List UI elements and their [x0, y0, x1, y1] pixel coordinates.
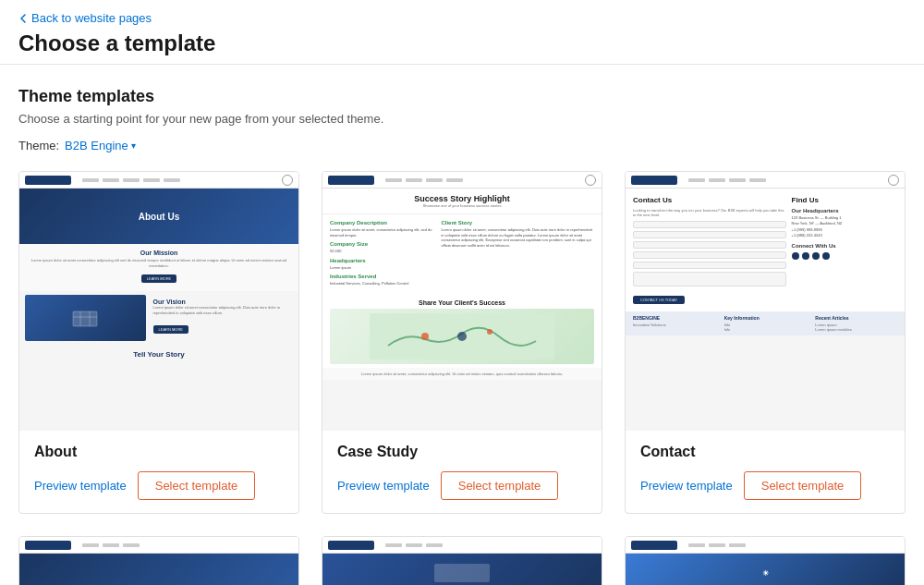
casestudy-header-title: Success Story Highlight — [330, 194, 594, 203]
bottom-logo-3 — [631, 541, 677, 550]
section-title: Theme templates — [18, 87, 906, 106]
casestudy-nav-logo — [328, 176, 374, 185]
casestudy-preview-button[interactable]: Preview template — [337, 479, 430, 493]
template-preview-about[interactable]: About Us Our Mission Lorem ipsum dolor s… — [19, 172, 298, 431]
svg-point-7 — [457, 332, 467, 341]
main-content: Theme templates Choose a starting point … — [0, 65, 924, 585]
casestudy-right-col: Client Story Lorem ipsum dolor sit amet,… — [441, 220, 594, 290]
bottom-nav-2 — [322, 537, 602, 554]
about-hero-text: About Us — [139, 212, 179, 222]
about-mission-text: Lorem ipsum dolor sit amet consectetur a… — [27, 258, 291, 268]
solar-panel-icon — [71, 304, 99, 332]
ct-nav-link-1 — [688, 178, 705, 182]
b3-link-2 — [709, 543, 725, 547]
page-title: Choose a template — [18, 30, 906, 56]
contact-field-company — [633, 251, 786, 259]
cs-nav-link-1 — [385, 178, 402, 182]
about-vision-row: Our Vision Lorem ipsum dolor sit amet co… — [19, 295, 298, 345]
nav-link-5 — [164, 178, 180, 182]
template-card-contact: Contact Us Looking to transform the way … — [625, 171, 906, 514]
bottom-template-2 — [322, 536, 602, 585]
contact-address: 123 Business St. — Building 1 New York, … — [792, 215, 897, 239]
cs-industries-label: Industries Served — [330, 274, 435, 279]
about-preview-button[interactable]: Preview template — [34, 479, 127, 493]
contact-footer-tagline: Innovative Solutions — [633, 323, 715, 327]
casestudy-header-sub: Showcase one of your business success st… — [330, 203, 594, 208]
contact-footer-col-1: B2BENGINE Innovative Solutions — [633, 315, 715, 332]
about-learn-more-btn[interactable]: LEARN MORE — [141, 274, 176, 283]
contact-footer-key-info: InfoInfo — [724, 323, 807, 332]
template-card-about: About Us Our Mission Lorem ipsum dolor s… — [18, 171, 299, 514]
about-hero: About Us — [19, 189, 298, 244]
contact-info-title: Find Us — [792, 196, 897, 204]
casestudy-template-info: Case Study Preview template Select templ… — [322, 431, 602, 513]
social-icon-3[interactable] — [812, 252, 820, 260]
casestudy-body: Company Description Lorem ipsum dolor si… — [322, 214, 602, 296]
social-icon-1[interactable] — [792, 252, 799, 260]
template-preview-casestudy[interactable]: Success Story Highlight Showcase one of … — [322, 172, 602, 431]
template-preview-contact[interactable]: Contact Us Looking to transform the way … — [626, 172, 905, 431]
cs-size-text: 50-100 — [330, 249, 435, 254]
bottom-nav-3 — [626, 537, 905, 554]
theme-selector[interactable]: B2B Engine ▾ — [65, 139, 136, 152]
about-vision-title: Our Vision — [153, 299, 290, 305]
cs-company-label: Company Description — [330, 220, 435, 225]
contact-footer-articles-title: Recent Articles — [815, 315, 897, 321]
contact-info-section: Find Us Our Headquarters 123 Business St… — [792, 196, 897, 304]
contact-field-phone — [633, 241, 786, 249]
contact-footer-col-2: Key Information InfoInfo — [724, 315, 807, 332]
about-select-button[interactable]: Select template — [138, 471, 256, 500]
about-mission-section: Our Mission Lorem ipsum dolor sit amet c… — [19, 244, 298, 291]
bottom-nav-links-2 — [385, 543, 443, 547]
casestudy-footer: Lorem ipsum dolor sit amet, consectetur … — [322, 368, 602, 380]
contact-select-button[interactable]: Select template — [744, 471, 862, 500]
contact-mini-nav — [626, 172, 905, 189]
cs-hq-text: Lorem ipsum — [330, 265, 435, 271]
about-template-info: About Preview template Select template — [19, 431, 298, 513]
casestudy-map — [330, 309, 594, 364]
b1-link-3 — [123, 543, 140, 547]
social-icons-row — [792, 252, 897, 260]
bottom-nav-1 — [19, 537, 298, 554]
cs-hq-label: Headquarters — [330, 258, 435, 263]
map-visual — [370, 313, 554, 360]
casestudy-mini-nav — [322, 172, 602, 189]
bottom-nav-links-1 — [82, 543, 140, 547]
about-mini-nav — [19, 172, 298, 189]
contact-field-message — [633, 272, 786, 286]
casestudy-template-name: Case Study — [337, 444, 587, 460]
about-nav-logo — [25, 176, 71, 185]
back-arrow-icon — [18, 14, 28, 23]
casestudy-select-button[interactable]: Select template — [441, 471, 559, 500]
contact-field-subject — [633, 262, 786, 269]
contact-template-name: Contact — [640, 444, 890, 460]
about-nav-links — [82, 178, 180, 182]
cs-industries-text: Industrial Services, Consulting, Polluti… — [330, 281, 435, 286]
bottom-logo-2 — [328, 541, 374, 550]
contact-mini-browser: Contact Us Looking to transform the way … — [626, 172, 905, 431]
contact-nav-links — [688, 178, 766, 182]
bottom-templates-grid: ☀ — [18, 536, 906, 585]
bottom-template-1 — [18, 536, 299, 585]
social-icon-4[interactable] — [822, 252, 830, 260]
nav-link-2 — [103, 178, 119, 182]
b2-link-1 — [385, 543, 402, 547]
casestudy-nav-search — [585, 175, 596, 186]
theme-row: Theme: B2B Engine ▾ — [18, 139, 906, 152]
b2-link-2 — [406, 543, 422, 547]
contact-footer-logo: B2BENGINE — [633, 315, 715, 321]
about-vision-cta[interactable]: LEARN MORE — [153, 325, 188, 334]
back-link[interactable]: Back to website pages — [18, 11, 906, 25]
nav-link-4 — [143, 178, 160, 182]
social-icon-2[interactable] — [802, 252, 809, 260]
cs-map-title: Share Your Client's Success — [330, 299, 594, 306]
contact-submit-btn[interactable]: CONTACT US TODAY — [633, 296, 685, 304]
cs-story-text: Lorem ipsum dolor sit amet, consectetur … — [441, 227, 594, 248]
templates-grid: About Us Our Mission Lorem ipsum dolor s… — [18, 171, 906, 514]
casestudy-map-section: Share Your Client's Success — [322, 296, 602, 368]
b1-link-2 — [103, 543, 119, 547]
about-vision-text: Lorem ipsum dolor sit amet consectetur a… — [153, 305, 290, 315]
about-mini-browser: About Us Our Mission Lorem ipsum dolor s… — [19, 172, 298, 431]
contact-preview-button[interactable]: Preview template — [640, 479, 733, 493]
cs-size-label: Company Size — [330, 241, 435, 247]
